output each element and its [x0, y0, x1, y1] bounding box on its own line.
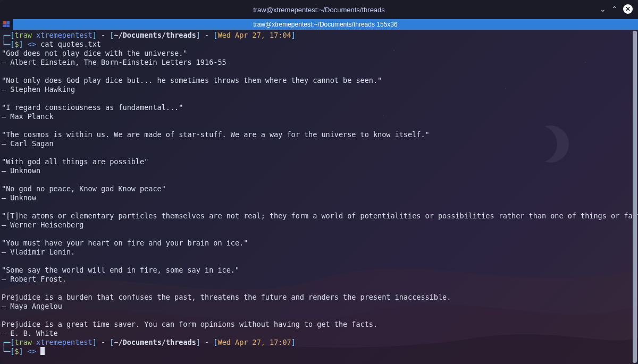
titlebar: traw@xtremepentest:~/Documents/threads ⌄… [0, 0, 638, 19]
chevron-up-icon[interactable]: ⌃ [611, 5, 618, 13]
prompt-user: traw [14, 31, 32, 39]
prompt-corner: ┌─[ [2, 31, 14, 39]
prompt-date-2: Wed Apr 27, 17:07 [218, 338, 291, 346]
scrollbar[interactable] [633, 31, 637, 363]
prompt-host: xtremepentest [36, 31, 93, 39]
command-text: cat quotes.txt [40, 40, 101, 48]
command-output: "God does not play dice with the univers… [2, 49, 638, 337]
close-icon[interactable]: ✕ [623, 4, 633, 14]
svg-rect-1 [6, 21, 10, 24]
tab-active[interactable]: traw@xtremepentest:~/Documents/threads 1… [13, 19, 638, 30]
terminal-cursor [40, 347, 45, 355]
tab-list-icon[interactable] [0, 19, 13, 30]
prompt-path: ~/Documents/threads [114, 31, 196, 39]
svg-rect-2 [3, 24, 6, 27]
svg-rect-3 [6, 24, 10, 27]
chevron-down-icon[interactable]: ⌄ [600, 5, 606, 13]
terminal-area[interactable]: ┌─[traw xtremepentest] - [~/Documents/th… [0, 30, 638, 364]
terminal-window: traw@xtremepentest:~/Documents/threads ⌄… [0, 0, 638, 364]
tab-label: traw@xtremepentest:~/Documents/threads 1… [253, 21, 397, 28]
window-title: traw@xtremepentest:~/Documents/threads [253, 6, 385, 14]
tab-bar: traw@xtremepentest:~/Documents/threads 1… [0, 19, 638, 30]
terminal-content[interactable]: ┌─[traw xtremepentest] - [~/Documents/th… [2, 31, 631, 363]
prompt-date: Wed Apr 27, 17:04 [218, 31, 291, 39]
window-controls: ⌄ ⌃ ✕ [600, 4, 633, 14]
svg-rect-0 [3, 21, 6, 24]
